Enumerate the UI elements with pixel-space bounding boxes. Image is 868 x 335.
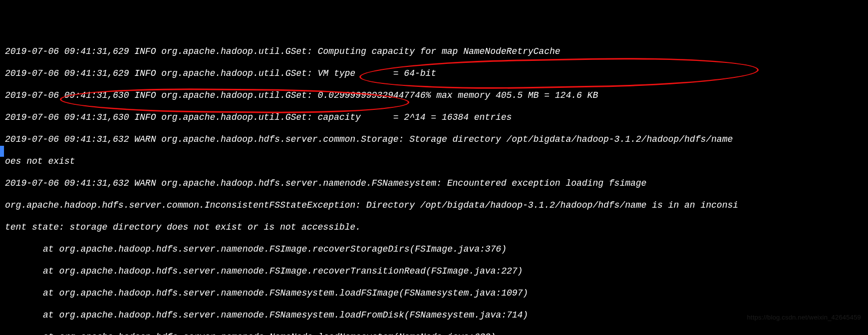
log-line: 2019-07-06 09:41:31,630 INFO org.apache.… — [5, 112, 863, 123]
stacktrace-line: at org.apache.hadoop.hdfs.server.namenod… — [5, 266, 863, 277]
log-line: 2019-07-06 09:41:31,632 WARN org.apache.… — [5, 134, 863, 145]
log-line: 2019-07-06 09:41:31,629 INFO org.apache.… — [5, 68, 863, 79]
stacktrace-line: at org.apache.hadoop.hdfs.server.namenod… — [5, 310, 863, 321]
stacktrace-line: at org.apache.hadoop.hdfs.server.namenod… — [5, 244, 863, 255]
log-line: org.apache.hadoop.hdfs.server.common.Inc… — [5, 200, 863, 211]
log-line: 2019-07-06 09:41:31,632 WARN org.apache.… — [5, 178, 863, 189]
stacktrace-line: at org.apache.hadoop.hdfs.server.namenod… — [5, 332, 863, 335]
stacktrace-line: at org.apache.hadoop.hdfs.server.namenod… — [5, 288, 863, 299]
watermark: https://blog.csdn.net/weixin_42645459 — [747, 312, 861, 323]
log-line: 2019-07-06 09:41:31,630 INFO org.apache.… — [5, 90, 863, 101]
cursor-artifact — [0, 146, 4, 157]
log-line: oes not exist — [5, 156, 863, 167]
log-line: tent state: storage directory does not e… — [5, 222, 863, 233]
log-line: 2019-07-06 09:41:31,629 INFO org.apache.… — [5, 46, 863, 57]
